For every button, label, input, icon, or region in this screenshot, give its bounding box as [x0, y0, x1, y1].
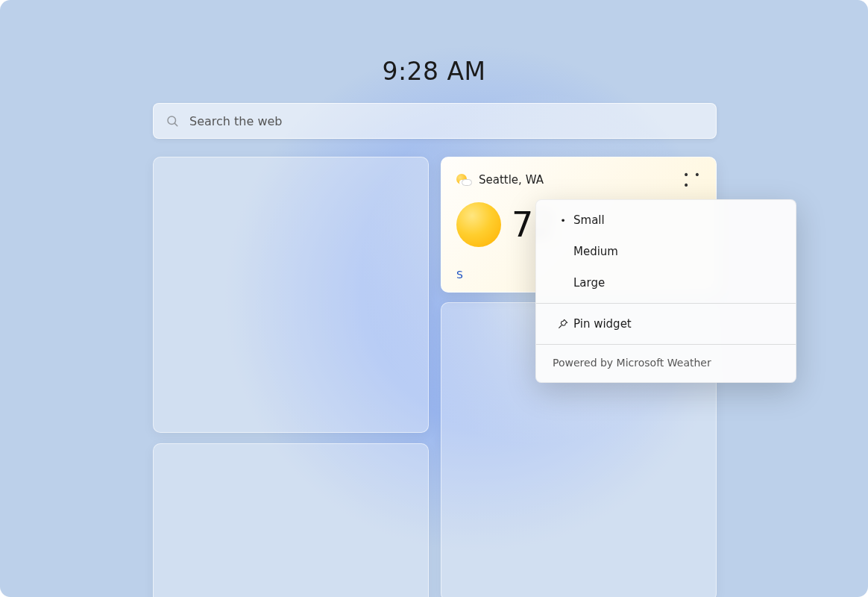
weather-details-link[interactable]: S	[456, 269, 463, 281]
menu-item-label: Small	[573, 213, 605, 227]
menu-size-section: • Small Medium Large	[536, 200, 796, 303]
menu-item-label: Medium	[573, 245, 618, 258]
search-placeholder: Search the web	[189, 114, 282, 128]
clock-time: 9:28 AM	[0, 57, 868, 86]
menu-item-size-small[interactable]: • Small	[536, 204, 796, 236]
search-bar[interactable]: Search the web	[153, 103, 717, 139]
widgets-board: 9:28 AM Search the web Seattle, WA • • •	[0, 0, 868, 597]
menu-item-pin-widget[interactable]: Pin widget	[536, 308, 796, 340]
search-icon	[166, 114, 179, 128]
more-icon: • • •	[683, 169, 701, 190]
widget-placeholder[interactable]	[153, 443, 429, 597]
menu-item-size-large[interactable]: Large	[536, 267, 796, 298]
widget-more-button[interactable]: • • •	[683, 171, 701, 189]
menu-footer-attribution: Powered by Microsoft Weather	[536, 345, 796, 382]
widget-context-menu: • Small Medium Large	[535, 199, 796, 383]
selected-bullet-icon: •	[553, 215, 573, 226]
weather-app-icon	[456, 172, 471, 187]
widget-placeholder[interactable]	[153, 157, 429, 433]
weather-widget-header: Seattle, WA • • •	[456, 171, 701, 189]
weather-location: Seattle, WA	[479, 173, 676, 187]
menu-item-size-medium[interactable]: Medium	[536, 236, 796, 267]
pin-icon	[553, 318, 573, 330]
menu-item-label: Large	[573, 276, 605, 290]
sun-icon	[456, 202, 501, 247]
menu-item-label: Pin widget	[573, 317, 632, 331]
svg-line-1	[174, 123, 177, 125]
